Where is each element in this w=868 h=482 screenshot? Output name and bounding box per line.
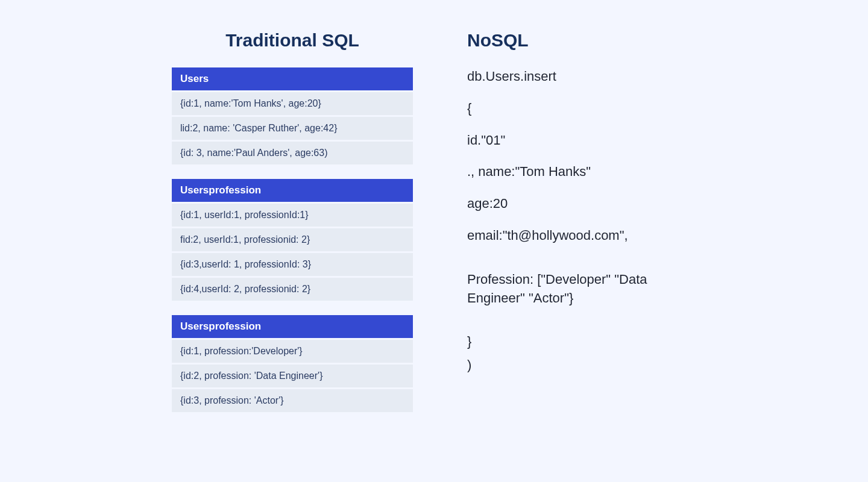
code-gap [467, 258, 696, 271]
table-row: {id:1, name:'Tom Hanks', age:20} [172, 92, 413, 115]
sql-table-usersprofession-2: Usersprofession {id:1, profession:'Devel… [172, 315, 413, 412]
code-line: ) [467, 356, 696, 375]
table-row: {id:4,userId: 2, professionid: 2} [172, 278, 413, 301]
comparison-container: Traditional SQL Users {id:1, name:'Tom H… [102, 30, 766, 427]
code-line: { [467, 99, 696, 118]
table-row: {id:2, profession: 'Data Engineer'} [172, 365, 413, 387]
table-row: {id:1, profession:'Developer'} [172, 340, 413, 363]
sql-title: Traditional SQL [172, 30, 413, 51]
code-line: Profession: ["Developer" "Data Engineer"… [467, 271, 696, 308]
code-gap [467, 321, 696, 333]
table-row: {id:1, userId:1, professionId:1} [172, 204, 413, 227]
code-line: db.Users.insert [467, 67, 696, 86]
sql-column: Traditional SQL Users {id:1, name:'Tom H… [172, 30, 413, 427]
sql-table-header: Usersprofession [172, 179, 413, 202]
table-row: {id:3,userId: 1, professionId: 3} [172, 253, 413, 276]
nosql-title: NoSQL [467, 30, 696, 51]
table-row: lid:2, name: 'Casper Ruther', age:42} [172, 117, 413, 140]
sql-table-header: Users [172, 67, 413, 90]
code-line: ., name:"Tom Hanks" [467, 163, 696, 181]
sql-table-header: Usersprofession [172, 315, 413, 338]
code-line: age:20 [467, 195, 696, 213]
code-line: email:"th@hollywood.com", [467, 227, 696, 245]
sql-table-users: Users {id:1, name:'Tom Hanks', age:20} l… [172, 67, 413, 164]
table-row: fid:2, userId:1, professionid: 2} [172, 228, 413, 251]
sql-table-usersprofession-1: Usersprofession {id:1, userId:1, profess… [172, 179, 413, 301]
code-line: id."01" [467, 131, 696, 150]
table-row: {id:3, profession: 'Actor'} [172, 389, 413, 412]
code-line: } [467, 333, 696, 351]
nosql-column: NoSQL db.Users.insert { id."01" ., name:… [467, 30, 696, 427]
nosql-code-block: db.Users.insert { id."01" ., name:"Tom H… [467, 67, 696, 388]
table-row: {id: 3, name:'Paul Anders', age:63) [172, 142, 413, 164]
